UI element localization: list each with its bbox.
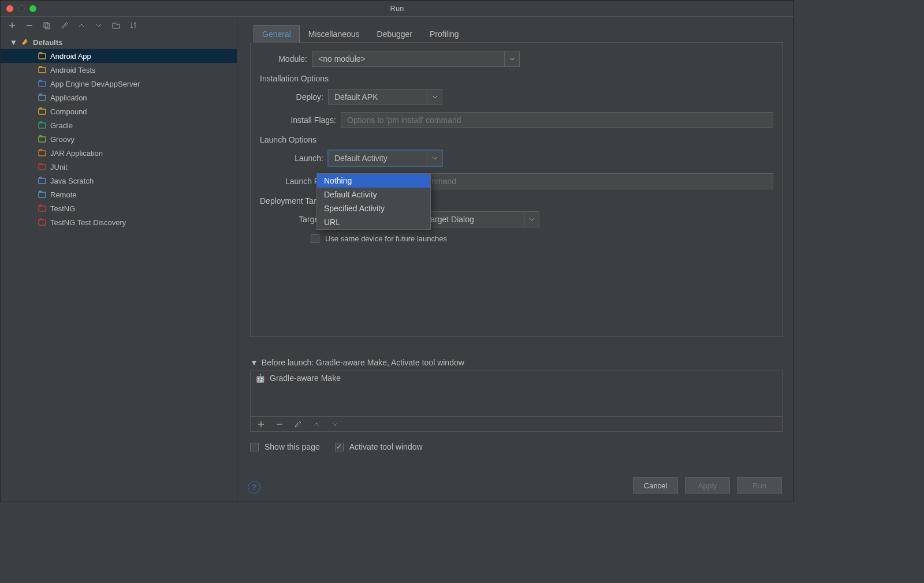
svg-rect-3 <box>39 68 46 73</box>
sidebar-item[interactable]: Application <box>1 91 237 104</box>
dropdown-option[interactable]: Specified Activity <box>317 201 430 215</box>
sidebar-item[interactable]: Android Tests <box>1 63 237 77</box>
sidebar-toolbar <box>1 17 237 34</box>
launch-dropdown-list[interactable]: NothingDefault ActivitySpecified Activit… <box>316 173 431 230</box>
sidebar-item-label: Compound <box>50 107 87 116</box>
svg-rect-6 <box>39 109 46 114</box>
svg-rect-7 <box>39 123 46 128</box>
before-launch-header[interactable]: ▼ Before launch: Gradle-aware Make, Acti… <box>250 358 783 367</box>
content-area: ▼ Defaults Android AppAndroid TestsApp E… <box>1 17 793 502</box>
config-type-icon <box>38 204 47 213</box>
add-icon[interactable] <box>256 420 266 429</box>
show-page-checkbox[interactable]: Show this page <box>250 442 320 451</box>
checkbox-checked-icon <box>335 443 344 451</box>
sidebar-item[interactable]: Android App <box>1 49 237 63</box>
run-config-dialog: Run ▼ Defaults Android AppAndroid <box>0 0 794 502</box>
remove-config-icon[interactable] <box>25 21 34 30</box>
chevron-down-icon <box>427 151 442 166</box>
activate-tool-label: Activate tool window <box>349 442 423 451</box>
sidebar-item[interactable]: Remote <box>1 188 237 201</box>
deploy-label: Deploy: <box>276 92 328 102</box>
svg-rect-4 <box>39 81 46 87</box>
svg-rect-10 <box>39 165 46 170</box>
chevron-down-icon: ▼ <box>10 38 17 47</box>
config-type-icon <box>38 218 47 227</box>
before-launch-toolbar <box>250 417 783 432</box>
move-down-icon[interactable] <box>94 21 103 30</box>
config-tree[interactable]: ▼ Defaults Android AppAndroid TestsApp E… <box>1 34 237 502</box>
chevron-down-icon: ▼ <box>250 358 258 367</box>
move-down-icon[interactable] <box>330 420 340 429</box>
tab-debugger[interactable]: Debugger <box>368 25 422 43</box>
svg-rect-12 <box>39 192 46 197</box>
config-type-icon <box>38 134 47 144</box>
tab-miscellaneous[interactable]: Miscellaneous <box>300 25 368 43</box>
sidebar-item-label: Groovy <box>50 135 74 144</box>
launch-value: Default Activity <box>334 154 388 163</box>
chevron-down-icon <box>524 212 539 227</box>
config-type-icon <box>38 65 47 74</box>
before-launch-item-label: Gradle-aware Make <box>270 373 341 383</box>
android-icon: 🤖 <box>255 373 265 383</box>
before-launch-title: Before launch: Gradle-aware Make, Activa… <box>262 358 464 367</box>
install-flags-input[interactable] <box>341 112 773 128</box>
module-combo[interactable]: <no module> <box>312 51 520 67</box>
sidebar-item[interactable]: JUnit <box>1 160 237 174</box>
copy-config-icon[interactable] <box>42 21 51 30</box>
sidebar-item[interactable]: TestNG <box>1 201 237 215</box>
folder-icon[interactable] <box>111 21 121 30</box>
tab-profiling[interactable]: Profiling <box>421 25 468 43</box>
sidebar-item-label: Remote <box>50 190 77 199</box>
sidebar-item-label: App Engine DevAppServer <box>50 80 140 88</box>
sidebar-item-label: Java Scratch <box>50 177 94 185</box>
svg-rect-14 <box>39 220 46 225</box>
config-type-icon <box>38 79 47 88</box>
dialog-buttons: Cancel Apply Run <box>633 477 782 494</box>
add-config-icon[interactable] <box>8 21 17 30</box>
close-window-button[interactable] <box>6 5 13 12</box>
sort-icon[interactable] <box>129 21 138 30</box>
cancel-button[interactable]: Cancel <box>633 477 678 494</box>
help-icon[interactable]: ? <box>248 481 260 494</box>
sidebar-item[interactable]: JAR Application <box>1 146 237 160</box>
use-same-device-label: Use same device for future launches <box>325 234 447 243</box>
dropdown-option[interactable]: Nothing <box>317 174 430 188</box>
edit-icon[interactable] <box>293 420 303 429</box>
dropdown-option[interactable]: Default Activity <box>317 188 430 201</box>
svg-rect-9 <box>39 151 46 156</box>
launch-combo[interactable]: Default Activity <box>328 150 442 166</box>
sidebar-item[interactable]: TestNG Test Discovery <box>1 215 237 229</box>
module-value: <no module> <box>318 54 366 63</box>
sidebar-item[interactable]: App Engine DevAppServer <box>1 77 237 91</box>
maximize-window-button[interactable] <box>29 5 36 12</box>
tree-root-defaults[interactable]: ▼ Defaults <box>1 35 237 49</box>
sidebar-item-label: TestNG <box>50 204 75 213</box>
titlebar: Run <box>1 1 793 17</box>
settings-icon[interactable] <box>59 21 69 30</box>
move-up-icon[interactable] <box>77 21 86 30</box>
config-type-icon <box>38 162 47 171</box>
run-button[interactable]: Run <box>737 477 782 494</box>
sidebar-item[interactable]: Java Scratch <box>1 174 237 188</box>
remove-icon[interactable] <box>275 420 284 429</box>
sidebar-item[interactable]: Compound <box>1 104 237 118</box>
minimize-window-button[interactable] <box>18 5 25 12</box>
sidebar-item[interactable]: Groovy <box>1 132 237 146</box>
apply-button[interactable]: Apply <box>685 477 730 494</box>
install-flags-label: Install Flags: <box>276 115 341 125</box>
list-item[interactable]: 🤖 Gradle-aware Make <box>251 371 783 385</box>
svg-rect-8 <box>39 137 46 142</box>
activate-tool-checkbox[interactable]: Activate tool window <box>335 442 423 451</box>
checkbox-icon <box>250 443 259 451</box>
dropdown-option[interactable]: URL <box>317 215 430 229</box>
move-up-icon[interactable] <box>312 420 321 429</box>
tab-general[interactable]: General <box>254 25 300 43</box>
deploy-combo[interactable]: Default APK <box>328 89 442 105</box>
sidebar-item-label: Android Tests <box>50 66 96 74</box>
sidebar-item-label: Android App <box>50 52 91 61</box>
sidebar-item[interactable]: Gradle <box>1 118 237 132</box>
svg-rect-5 <box>39 95 46 100</box>
launch-label: Launch: <box>276 154 328 163</box>
use-same-device-checkbox[interactable]: Use same device for future launches <box>311 234 773 243</box>
before-launch-list[interactable]: 🤖 Gradle-aware Make <box>250 371 783 417</box>
